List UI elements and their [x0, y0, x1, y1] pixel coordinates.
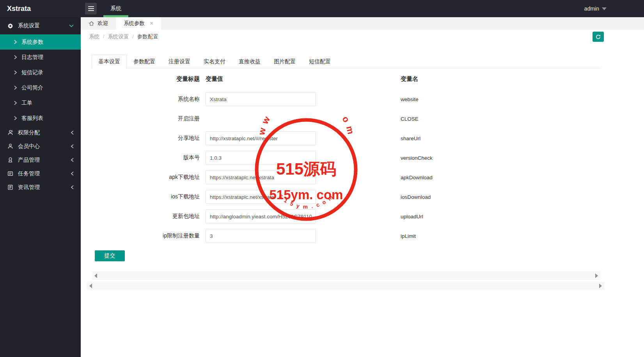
- tasks-icon: [7, 170, 14, 177]
- tab-sms-config[interactable]: 短信配置: [302, 55, 337, 68]
- form-row-register-toggle: 开启注册 CLOSE: [92, 109, 601, 129]
- form-row-upload-url: 更新包地址 uploadUrl: [92, 207, 601, 226]
- brand-logo: Xstrata: [0, 0, 81, 17]
- scroll-right-icon[interactable]: [599, 284, 602, 288]
- tab-system-params[interactable]: 系统参数 ×: [116, 17, 161, 30]
- apk-download-input[interactable]: [206, 170, 316, 184]
- top-header: 系统 admin: [81, 0, 644, 17]
- breadcrumb-item-param-config: 参数配置: [137, 33, 158, 40]
- sidebar-item-news-management[interactable]: 资讯管理: [0, 180, 81, 194]
- chevron-left-icon: [71, 158, 74, 162]
- ios-download-input[interactable]: [206, 190, 316, 204]
- column-header-var-title: 变量标题: [92, 75, 200, 83]
- chevron-left-icon: [71, 185, 74, 189]
- sidebar-item-label: 资讯管理: [18, 184, 40, 191]
- system-name-input[interactable]: [206, 92, 316, 106]
- form-header-row: 变量标题 变量值 变量名: [92, 74, 601, 84]
- chevron-right-icon: [14, 70, 17, 75]
- caret-down-icon: [602, 7, 607, 12]
- form-row-share-url: 分享地址 shareUrl: [92, 129, 601, 148]
- sidebar-group-label: 系统设置: [18, 22, 40, 29]
- close-icon[interactable]: ×: [150, 20, 153, 27]
- sidebar-item-label: 短信记录: [21, 69, 43, 76]
- sidebar-item-label: 任务管理: [18, 170, 40, 177]
- tab-basic-settings[interactable]: 基本设置: [92, 55, 127, 69]
- sidebar-item-label: 系统参数: [21, 39, 43, 46]
- sidebar-item-label: 客服列表: [21, 115, 43, 122]
- header-nav-label: 系统: [110, 5, 121, 12]
- form-row-ip-limit: ip限制注册数量 ipLimit: [92, 226, 601, 246]
- breadcrumb-item-system-settings[interactable]: 系统设置: [108, 33, 129, 40]
- horizontal-scrollbar-inner[interactable]: [92, 271, 601, 280]
- sidebar-item-work-orders[interactable]: 工单: [0, 95, 81, 111]
- breadcrumb-item-system[interactable]: 系统: [89, 33, 99, 40]
- header-nav-system[interactable]: 系统: [103, 0, 128, 17]
- tab-welcome[interactable]: 欢迎: [81, 17, 116, 30]
- sidebar-item-label: 工单: [21, 100, 32, 107]
- user-icon: [7, 143, 14, 150]
- breadcrumb-separator: /: [103, 34, 104, 39]
- var-name: shareUrl: [401, 136, 420, 141]
- scroll-right-icon[interactable]: [595, 273, 598, 278]
- tab-label: 欢迎: [98, 20, 108, 27]
- scroll-left-icon[interactable]: [94, 273, 97, 278]
- sidebar-item-service-list[interactable]: 客服列表: [0, 111, 81, 126]
- hamburger-menu-button[interactable]: [85, 3, 97, 14]
- ip-limit-input[interactable]: [206, 229, 316, 243]
- scroll-left-icon[interactable]: [89, 284, 92, 288]
- sidebar-item-log-management[interactable]: 日志管理: [0, 50, 81, 65]
- field-label: apk下载地址: [92, 174, 200, 181]
- var-name: uploadUrl: [401, 214, 423, 220]
- tab-register-settings[interactable]: 注册设置: [162, 55, 197, 68]
- chevron-left-icon: [71, 144, 74, 148]
- form-rows: 系统名称 website 开启注册 CLOSE 分享地址 shareUrl 版本…: [92, 89, 601, 246]
- sidebar-item-label: 产品管理: [18, 157, 40, 164]
- submit-button[interactable]: 提交: [95, 250, 125, 261]
- horizontal-scrollbar-outer[interactable]: [87, 282, 605, 290]
- field-label: ios下载地址: [92, 193, 200, 200]
- sidebar-item-permissions[interactable]: 权限分配: [0, 126, 81, 139]
- upload-url-input[interactable]: [206, 209, 316, 223]
- refresh-icon: [595, 34, 601, 40]
- form-row-ios-download: ios下载地址 iosDownload: [92, 187, 601, 207]
- refresh-button[interactable]: [593, 32, 604, 42]
- users-icon: [7, 129, 14, 136]
- sidebar-item-product-management[interactable]: 产品管理: [0, 153, 81, 167]
- chevron-right-icon: [14, 101, 17, 105]
- home-icon: [89, 21, 94, 26]
- chevron-right-icon: [14, 40, 17, 44]
- sidebar-item-system-params[interactable]: 系统参数: [0, 34, 81, 50]
- breadcrumb-separator: /: [132, 34, 133, 39]
- share-url-input[interactable]: [206, 131, 316, 145]
- sidebar-item-label: 会员中心: [18, 143, 40, 150]
- sidebar-item-label: 权限分配: [18, 129, 40, 136]
- var-name: website: [401, 96, 419, 102]
- tab-realname-payment[interactable]: 实名支付: [197, 55, 232, 68]
- field-label: 系统名称: [92, 96, 200, 103]
- sidebar-item-member-center[interactable]: 会员中心: [0, 139, 81, 153]
- username: admin: [584, 5, 599, 12]
- tab-direct-earnings[interactable]: 直推收益: [232, 55, 267, 68]
- main-content: 基本设置 参数配置 注册设置 实名支付 直推收益 图片配置 短信配置 变量标题 …: [81, 44, 644, 357]
- tab-param-config[interactable]: 参数配置: [127, 55, 162, 68]
- sidebar-item-sms-records[interactable]: 短信记录: [0, 65, 81, 80]
- sidebar-item-company-profile[interactable]: 公司简介: [0, 80, 81, 95]
- field-label: 分享地址: [92, 135, 200, 142]
- settings-card: 基本设置 参数配置 注册设置 实名支付 直推收益 图片配置 短信配置 变量标题 …: [92, 55, 601, 261]
- user-menu[interactable]: admin: [584, 0, 607, 17]
- news-icon: [7, 184, 14, 191]
- field-label: ip限制注册数量: [92, 232, 200, 239]
- chevron-left-icon: [71, 171, 74, 176]
- chevron-right-icon: [14, 86, 17, 90]
- admin-app: Xstrata 系统设置 系统参数 日志管: [0, 0, 644, 357]
- form-row-apk-download: apk下载地址 apkDownload: [92, 168, 601, 187]
- tab-image-config[interactable]: 图片配置: [267, 55, 302, 68]
- settings-tabbar: 基本设置 参数配置 注册设置 实名支付 直推收益 图片配置 短信配置: [92, 55, 601, 68]
- tab-label: 系统参数: [124, 20, 145, 27]
- var-name: apkDownload: [401, 175, 433, 180]
- chevron-left-icon: [71, 130, 74, 135]
- var-name: ipLimit: [401, 233, 416, 239]
- sidebar-item-task-management[interactable]: 任务管理: [0, 167, 81, 180]
- sidebar-group-system-settings[interactable]: 系统设置: [0, 17, 81, 34]
- version-input[interactable]: [206, 151, 316, 165]
